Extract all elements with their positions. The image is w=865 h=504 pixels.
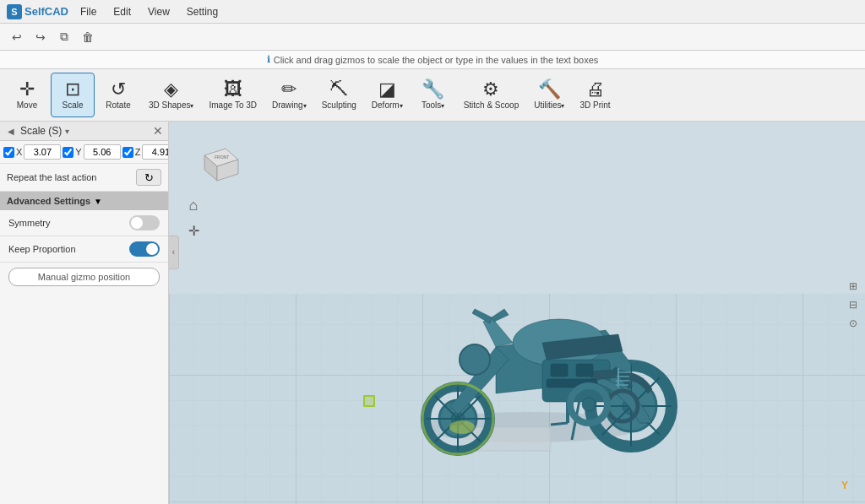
3d-shapes-icon: ◈: [164, 80, 178, 99]
symmetry-row: Symmetry: [0, 210, 168, 236]
orbit-control[interactable]: ⊙: [845, 315, 862, 332]
z-label: Z: [135, 147, 141, 157]
tool-3d-print[interactable]: 🖨 3D Print: [573, 73, 617, 117]
keep-proportion-label: Keep Proportion: [8, 244, 76, 254]
scale-icon: ⊡: [65, 80, 80, 99]
svg-line-32: [551, 423, 568, 425]
toolbar: ↩ ↪ ⧉ 🗑: [0, 24, 865, 51]
viewport-home-button[interactable]: ⌂: [182, 193, 205, 217]
tool-drawing[interactable]: ✏ Drawing▾: [265, 73, 313, 117]
x-checkbox[interactable]: [3, 147, 14, 158]
tool-sculpting[interactable]: ⛏ Sculpting: [315, 73, 363, 117]
keep-proportion-row: Keep Proportion: [0, 236, 168, 263]
panel-close-button[interactable]: ✕: [153, 124, 163, 138]
zoom-control[interactable]: ⊞: [845, 278, 862, 295]
app-title: SelfCAD: [24, 5, 68, 18]
info-icon: ℹ: [267, 54, 270, 65]
tool-3d-print-label: 3D Print: [579, 100, 610, 110]
advanced-settings-header[interactable]: Advanced Settings ▼: [0, 192, 168, 210]
tool-sculpting-label: Sculpting: [322, 100, 356, 110]
svg-point-43: [449, 420, 475, 434]
tool-drawing-label: Drawing▾: [272, 100, 307, 110]
tool-image-to-3d[interactable]: 🖼 Image To 3D: [202, 73, 264, 117]
viewport-nav-cross[interactable]: ✛: [182, 219, 205, 242]
y-input[interactable]: [84, 144, 121, 160]
repeat-button[interactable]: ↻: [136, 169, 161, 186]
stitch-scoop-icon: ⚙: [482, 80, 499, 99]
keep-proportion-toggle[interactable]: [129, 241, 160, 257]
panel-title: Scale (S): [20, 125, 62, 137]
y-label: Y: [75, 147, 81, 157]
main-area: ◀ Scale (S) ▾ ✕ X Y Z Repeat the last ac…: [0, 122, 865, 504]
x-input[interactable]: [24, 144, 61, 160]
delete-button[interactable]: 🗑: [78, 27, 98, 47]
tool-utilities[interactable]: 🔨 Utilities▾: [527, 73, 571, 117]
utilities-icon: 🔨: [538, 80, 561, 99]
tools-row: ✛ Move ⊡ Scale ↺ Rotate ◈ 3D Shapes▾ 🖼 I…: [0, 69, 865, 122]
tool-scale[interactable]: ⊡ Scale: [51, 73, 95, 117]
tools-icon: 🔧: [422, 80, 444, 99]
duplicate-button[interactable]: ⧉: [54, 27, 74, 47]
cube-gizmo[interactable]: FRONT: [196, 138, 242, 185]
redo-button[interactable]: ↪: [30, 27, 51, 47]
image-to-3d-icon: 🖼: [224, 80, 242, 99]
svg-point-26: [460, 344, 490, 375]
info-message: Click and drag gizmos to scale the objec…: [274, 55, 599, 65]
tool-rotate-label: Rotate: [106, 100, 130, 110]
svg-point-41: [582, 398, 596, 411]
tool-stitch-scoop-label: Stitch & Scoop: [464, 100, 520, 110]
menu-edit[interactable]: Edit: [108, 3, 136, 21]
svg-rect-27: [551, 364, 568, 377]
svg-text:FRONT: FRONT: [215, 154, 229, 160]
move-icon: ✛: [19, 80, 35, 99]
tool-rotate[interactable]: ↺ Rotate: [96, 73, 140, 117]
drawing-icon: ✏: [281, 80, 296, 99]
panel-collapse-button[interactable]: ◀: [5, 125, 17, 137]
3d-print-icon: 🖨: [586, 80, 605, 99]
logo-icon: S: [7, 4, 22, 19]
motorcycle-model: [327, 178, 766, 465]
sculpting-icon: ⛏: [329, 80, 348, 99]
right-controls: ⊞ ⊟ ⊙: [841, 274, 865, 335]
panel-title-row: ◀ Scale (S) ▾: [5, 125, 69, 137]
tool-3d-shapes[interactable]: ◈ 3D Shapes▾: [142, 73, 200, 117]
3d-model-area: [279, 189, 814, 453]
scale-gizmo-cursor: [363, 395, 375, 407]
y-axis-indicator: Y: [841, 480, 848, 491]
tool-move-label: Move: [17, 100, 37, 110]
symmetry-label: Symmetry: [8, 218, 51, 228]
repeat-label: Repeat the last action: [7, 172, 96, 182]
panel-dropdown-arrow[interactable]: ▾: [65, 127, 69, 136]
deform-icon: ◪: [378, 80, 396, 99]
symmetry-toggle[interactable]: [129, 215, 160, 230]
menu-setting[interactable]: Setting: [182, 3, 223, 21]
panel-collapse-tab[interactable]: ‹: [169, 236, 179, 269]
tool-scale-label: Scale: [62, 100, 83, 110]
tool-tools-label: Tools▾: [422, 100, 444, 110]
x-label: X: [16, 147, 22, 157]
menu-file[interactable]: File: [75, 3, 101, 21]
y-checkbox[interactable]: [63, 147, 73, 158]
repeat-action-row: Repeat the last action ↻: [0, 164, 168, 192]
tool-image-to-3d-label: Image To 3D: [209, 100, 257, 110]
left-panel: ◀ Scale (S) ▾ ✕ X Y Z Repeat the last ac…: [0, 122, 169, 504]
top-menu-bar: S SelfCAD File Edit View Setting: [0, 0, 865, 24]
tool-deform-label: Deform▾: [372, 100, 403, 110]
viewport[interactable]: FRONT ⌂ ✛: [169, 122, 865, 504]
svg-rect-28: [576, 364, 593, 377]
tool-utilities-label: Utilities▾: [534, 100, 564, 110]
manual-gizmo-button[interactable]: Manual gizmo position: [8, 268, 160, 286]
app-logo: S SelfCAD: [7, 4, 68, 19]
tool-move[interactable]: ✛ Move: [5, 73, 49, 117]
tool-tools[interactable]: 🔧 Tools▾: [411, 73, 455, 117]
tool-stitch-scoop[interactable]: ⚙ Stitch & Scoop: [457, 73, 526, 117]
z-input[interactable]: [142, 144, 169, 160]
cube-gizmo-svg: FRONT: [196, 138, 242, 185]
menu-view[interactable]: View: [143, 3, 175, 21]
undo-button[interactable]: ↩: [7, 27, 27, 47]
xyz-row: X Y Z: [0, 141, 168, 164]
z-checkbox[interactable]: [122, 147, 133, 158]
tool-deform[interactable]: ◪ Deform▾: [365, 73, 410, 117]
pan-control[interactable]: ⊟: [845, 296, 862, 313]
advanced-settings-arrow: ▼: [94, 197, 102, 206]
